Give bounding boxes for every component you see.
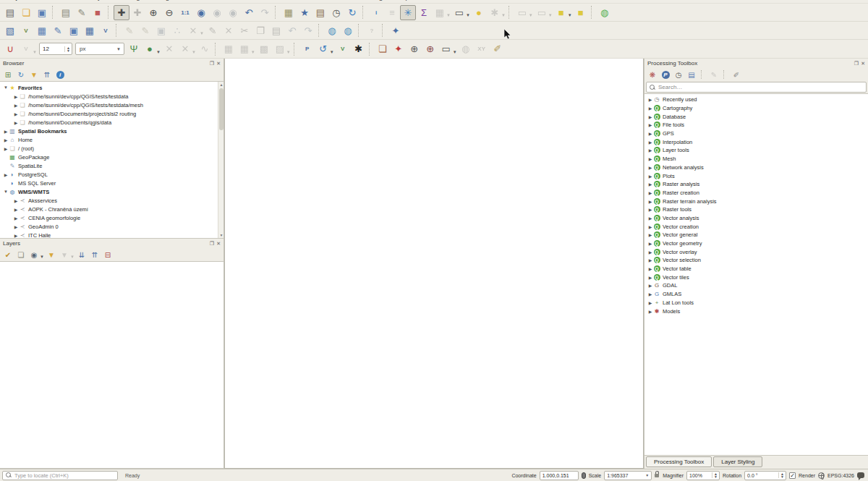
add-group-icon[interactable]: ❏ [15,250,27,260]
menu-vector[interactable]: Vector [190,0,209,1]
processing-group[interactable]: ▶QVector general [644,231,868,239]
menu-database[interactable]: Database [255,0,283,1]
zoom-full-icon[interactable]: ◉ [193,5,209,20]
expander-closed-icon[interactable]: ▶ [647,207,653,212]
browser-item[interactable]: ▶❏/home/isunni/dev/cpp/QGIS/tests/testda… [0,92,224,101]
expander-closed-icon[interactable]: ▶ [3,172,9,177]
processing-group[interactable]: ▶QRaster terrain analysis [644,197,868,205]
expander-closed-icon[interactable]: ▶ [13,233,19,238]
quickmapservices-globe-icon[interactable]: ◍ [597,5,613,20]
add-raster-layer-icon[interactable]: ▦ [34,23,50,38]
menu-help[interactable]: Help [396,0,409,1]
processing-group[interactable]: ▶QCartography [644,104,868,113]
expander-closed-icon[interactable]: ▶ [647,165,653,170]
expander-closed-icon[interactable]: ▶ [647,106,653,111]
collapse-all-layers-icon[interactable]: ⇈ [89,250,101,260]
lock-scale-icon[interactable] [655,473,660,479]
processing-group[interactable]: ▶QDatabase [644,112,868,121]
processing-group[interactable]: ▶QVector selection [644,256,868,265]
manage-map-themes-dropdown-icon[interactable]: ▼ [40,255,44,259]
scroll-thumb[interactable] [219,88,224,130]
zoom-out-icon[interactable]: ⊖ [161,5,177,20]
zoom-in-icon[interactable]: ⊕ [145,5,161,20]
expander-closed-icon[interactable]: ▶ [13,103,19,108]
add-vector-layer-icon[interactable]: V [18,23,34,38]
crs-status[interactable]: EPSG:4326 [827,473,854,478]
coordinate-input[interactable]: 1.000,0.151 [540,471,579,480]
processing-float-icon[interactable]: ❐ [854,61,859,67]
browser-item[interactable]: ▶❏/home/isunni/Documents/project/slsi2 r… [0,109,224,118]
label-toolbar-icon[interactable]: ■ [553,5,569,20]
browser-item[interactable]: ▶≺GeoAdmin 0 [0,222,224,231]
processing-group[interactable]: ▶QGPS [644,129,868,138]
add-mesh-layer-icon[interactable]: ▦ [82,23,98,38]
history-icon[interactable]: ◷ [673,69,684,80]
annotation-pin-icon[interactable]: ✦ [391,41,407,56]
expander-closed-icon[interactable]: ▶ [647,156,653,161]
expander-closed-icon[interactable]: ▶ [647,309,653,314]
check-geometries-icon[interactable]: V [335,41,351,56]
expander-closed-icon[interactable]: ▶ [13,120,19,125]
expander-closed-icon[interactable]: ▶ [647,122,653,127]
layers-close-icon[interactable]: ✕ [216,241,221,247]
expander-closed-icon[interactable]: ▶ [647,241,653,246]
browser-item[interactable]: ✎SpatiaLite [0,161,224,170]
refresh-browser-icon[interactable]: ↻ [15,69,27,80]
new-project-icon[interactable]: ▤ [2,5,18,20]
show-bookmarks-icon[interactable]: ▤ [312,5,328,20]
expander-open-icon[interactable]: ▼ [3,190,9,194]
drafting-tool-icon[interactable]: ✐ [490,41,506,56]
processing-group[interactable]: ▶GGDAL [644,281,868,290]
scale-combo[interactable]: 1:965337 ▼ [604,471,652,480]
expander-closed-icon[interactable]: ▶ [13,111,19,116]
processing-history-icon[interactable]: ↺ [315,41,331,56]
add-selected-layers-icon[interactable]: ⊞ [2,69,14,80]
properties-widget-icon[interactable]: i [54,69,66,80]
metasearch-globe-add-icon[interactable]: ◍ [324,23,340,38]
open-project-icon[interactable]: ❏ [18,5,34,20]
expander-closed-icon[interactable]: ▶ [647,174,653,179]
extents-toggle-icon[interactable] [582,472,586,479]
pan-map-icon[interactable]: ✚ [114,5,129,20]
python-scripts-icon[interactable]: P [660,69,671,80]
expander-closed-icon[interactable]: ▶ [13,207,19,212]
expander-closed-icon[interactable]: ▶ [647,199,653,204]
identify-points-icon[interactable]: ⊕ [422,41,438,56]
enable-tracing-icon[interactable]: ● [142,41,158,56]
expander-closed-icon[interactable]: ▶ [647,291,653,297]
expander-closed-icon[interactable]: ▶ [13,94,19,99]
expander-closed-icon[interactable]: ▶ [647,232,653,237]
expander-closed-icon[interactable]: ▶ [3,137,9,142]
style-manager-icon[interactable]: ■ [90,5,106,20]
processing-group[interactable]: ▶✱Models [644,307,868,315]
processing-group[interactable]: ▶QInterpolation [644,137,868,146]
expander-closed-icon[interactable]: ▶ [13,216,19,221]
expander-closed-icon[interactable]: ▶ [647,224,653,229]
browser-item[interactable]: ▶❏/home/isunni/dev/cpp/QGIS/tests/testda… [0,101,224,109]
expander-open-icon[interactable]: ▼ [3,85,9,90]
new-print-layout-icon[interactable]: ▤ [58,5,74,20]
processing-group[interactable]: ▶QVector geometry [644,239,868,248]
map-tips-icon[interactable]: ● [471,5,487,20]
expander-closed-icon[interactable]: ▶ [647,190,653,195]
processing-close-icon[interactable]: ✕ [861,61,865,67]
refresh-map-icon[interactable]: ↻ [344,5,360,20]
scale-dropdown-icon[interactable]: ▼ [645,473,649,477]
data-source-manager-icon[interactable]: ▧ [2,23,18,38]
filter-browser-icon[interactable]: ▼ [28,69,40,80]
results-viewer-icon[interactable]: ▤ [686,69,697,80]
spin-arrows-icon[interactable]: ▲▼ [778,472,786,478]
add-delimited-text-icon[interactable]: ✎ [50,23,66,38]
browser-item[interactable]: ▶≺Aksservices [0,196,224,205]
show-layout-manager-icon[interactable]: ✎ [74,5,90,20]
menu-settings[interactable]: Settings [119,0,143,1]
add-virtual-layer-icon[interactable]: V [98,23,114,38]
topology-checker-icon[interactable]: ✦ [388,23,404,38]
expander-closed-icon[interactable]: ▶ [647,266,653,271]
processing-group[interactable]: ▶QLayer tools [644,146,868,155]
expander-closed-icon[interactable]: ▶ [647,140,653,145]
rotation-spinbox[interactable]: 0.0 ° ▲▼ [744,471,786,480]
expander-closed-icon[interactable]: ▶ [647,216,653,221]
processing-group[interactable]: ▶QVector tiles [644,273,868,281]
measure-icon[interactable]: ▭ [451,5,467,20]
